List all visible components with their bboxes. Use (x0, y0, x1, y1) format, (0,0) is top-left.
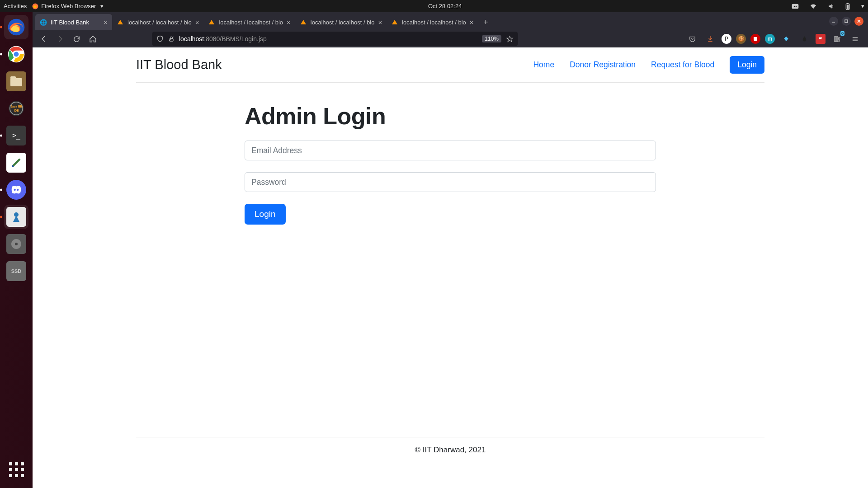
app-menu-label: Firefox Web Browser (41, 3, 96, 9)
ext-m-icon[interactable]: m (765, 34, 775, 44)
svg-point-3 (796, 5, 797, 7)
browser-tab[interactable]: localhost / localhost / blo × (295, 14, 387, 30)
browser-tab[interactable]: 🌐 IIT Blood Bank × (35, 14, 112, 30)
lock-icon[interactable] (168, 36, 175, 42)
hamburger-menu-icon[interactable] (848, 32, 862, 46)
svg-rect-24 (845, 20, 848, 23)
site-navbar: IIT Blood Bank Home Donor Registration R… (136, 47, 764, 83)
discord-tray-icon (792, 4, 799, 9)
ubuntu-dock: Java EEIDE >_ SSD (0, 12, 33, 488)
svg-text:Java EE: Java EE (10, 105, 22, 108)
phpmyadmin-icon (391, 19, 398, 26)
new-tab-button[interactable]: + (478, 14, 494, 30)
ext-flag-icon[interactable] (816, 34, 826, 44)
forward-button[interactable] (53, 32, 67, 46)
dock-eclipse[interactable]: Java EEIDE (4, 96, 28, 121)
dock-texteditor[interactable] (4, 150, 28, 175)
svg-rect-12 (10, 76, 16, 79)
tab-close-icon[interactable]: × (195, 19, 199, 26)
gnome-status-area[interactable]: ▾ (786, 3, 864, 10)
tab-title: localhost / localhost / blo (219, 19, 283, 26)
ext-diamond-icon[interactable] (779, 32, 793, 46)
minimize-button[interactable] (829, 17, 838, 26)
tab-close-icon[interactable]: × (287, 19, 291, 26)
ext-p-icon[interactable]: P (722, 34, 731, 44)
dock-firefox[interactable] (4, 15, 28, 39)
reload-button[interactable] (70, 32, 83, 46)
svg-rect-29 (834, 36, 835, 41)
tab-strip: 🌐 IIT Blood Bank × localhost / localhost… (33, 12, 868, 30)
nav-request-blood[interactable]: Request for Blood (651, 60, 714, 70)
login-button[interactable]: Login (245, 204, 286, 225)
tab-close-icon[interactable]: × (378, 19, 382, 26)
shield-icon[interactable] (156, 35, 164, 42)
app-menu[interactable]: Firefox Web Browser ▾ (32, 3, 104, 9)
nav-donor-registration[interactable]: Donor Registration (570, 60, 636, 70)
dock-discord[interactable] (4, 178, 28, 202)
pocket-icon[interactable] (685, 32, 699, 46)
page-viewport: IIT Blood Bank Home Donor Registration R… (33, 47, 868, 488)
site-brand[interactable]: IIT Blood Bank (136, 57, 222, 72)
close-button[interactable] (854, 17, 863, 26)
svg-text:IDE: IDE (14, 109, 19, 112)
tab-title: IIT Blood Bank (51, 19, 100, 26)
dock-disk2[interactable]: SSD (4, 259, 28, 283)
library-icon[interactable]: 0 (830, 32, 844, 46)
maximize-button[interactable] (842, 17, 851, 26)
dock-shotwell[interactable] (4, 205, 28, 229)
svg-rect-30 (836, 36, 838, 41)
back-button[interactable] (37, 32, 51, 46)
ext-gnome-icon[interactable] (797, 32, 811, 46)
page-title: Admin Login (245, 103, 656, 130)
svg-point-19 (17, 189, 19, 191)
phpmyadmin-icon (208, 19, 215, 26)
dock-show-apps[interactable] (4, 457, 28, 482)
svg-rect-1 (792, 4, 799, 9)
dock-chrome[interactable] (4, 42, 28, 66)
toolbar-extensions: P 🍪 m 0 (685, 32, 863, 46)
email-field[interactable] (245, 141, 656, 160)
dock-files[interactable] (4, 69, 28, 94)
svg-rect-31 (838, 37, 840, 42)
tab-title: localhost / localhost / blo (311, 19, 375, 26)
download-icon[interactable] (703, 32, 717, 46)
wifi-icon (810, 3, 817, 9)
svg-point-2 (794, 5, 795, 7)
svg-rect-11 (10, 78, 22, 86)
system-menu-caret-icon: ▾ (861, 3, 864, 9)
svg-rect-5 (847, 3, 849, 4)
ext-ublock-icon[interactable] (750, 34, 760, 44)
site-footer: © IIT Dharwad, 2021 (136, 437, 764, 463)
nav-login[interactable]: Login (730, 56, 764, 74)
battery-icon (845, 3, 850, 10)
tab-close-icon[interactable]: × (104, 19, 108, 26)
activities-button[interactable]: Activities (4, 3, 27, 9)
zoom-indicator[interactable]: 110% (482, 35, 501, 42)
site-nav-links: Home Donor Registration Request for Bloo… (533, 56, 764, 74)
volume-icon (828, 3, 834, 9)
ext-cookie-icon[interactable]: 🍪 (736, 34, 746, 44)
password-field[interactable] (245, 172, 656, 192)
phpmyadmin-icon (117, 19, 124, 26)
browser-tab[interactable]: localhost / localhost / blo × (112, 14, 203, 30)
gnome-top-bar: Activities Firefox Web Browser ▾ Oct 28 … (0, 0, 868, 12)
phpmyadmin-icon (300, 19, 307, 26)
nav-home[interactable]: Home (533, 60, 554, 70)
browser-tab[interactable]: localhost / localhost / blo × (387, 14, 478, 30)
dock-terminal[interactable]: >_ (4, 123, 28, 148)
globe-icon: 🌐 (40, 19, 47, 26)
caret-down-icon: ▾ (100, 3, 104, 9)
url-bar[interactable]: localhost:8080/BBMS/Login.jsp 110% (152, 32, 518, 46)
firefox-menu-icon (32, 3, 38, 9)
login-form: Admin Login Login (245, 83, 656, 225)
bookmark-star-icon[interactable] (506, 35, 514, 43)
gnome-clock[interactable]: Oct 28 02:24 (104, 3, 786, 9)
home-button[interactable] (86, 32, 99, 46)
browser-tab[interactable]: localhost / localhost / blo × (203, 14, 295, 30)
svg-rect-6 (847, 5, 849, 9)
dock-disk1[interactable] (4, 232, 28, 256)
tab-title: localhost / localhost / blo (127, 19, 192, 26)
url-text: localhost:8080/BBMS/Login.jsp (179, 35, 267, 42)
tab-close-icon[interactable]: × (470, 19, 474, 26)
nav-toolbar: localhost:8080/BBMS/Login.jsp 110% P 🍪 m… (33, 30, 868, 47)
